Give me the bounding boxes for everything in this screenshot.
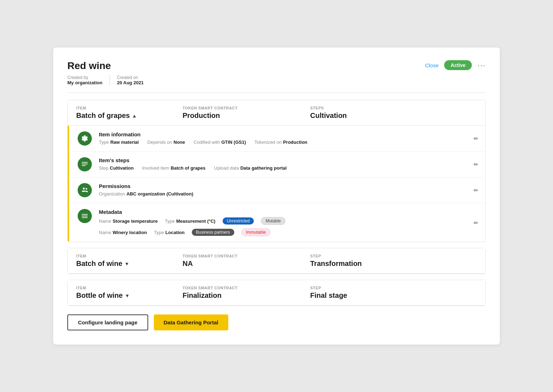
page-header: Red wine Created by My organization Crea… <box>67 60 486 85</box>
metadata-fields-rows: Name Storage temperature Type Measuremen… <box>99 217 477 236</box>
item-expand-arrow[interactable]: ▲ <box>132 113 137 119</box>
created-by-label: Created by <box>67 75 102 80</box>
batch-wine-step-cell: STEP Transformation <box>310 254 477 268</box>
batch-wine-token-value: NA <box>183 260 310 268</box>
bottle-wine-arrow[interactable]: ▼ <box>125 293 130 299</box>
steps-title: Item's steps <box>99 157 477 163</box>
permissions-content: Permissions Organization ABC organizatio… <box>99 183 477 197</box>
detail-row-permissions: Permissions Organization ABC organizatio… <box>68 177 485 203</box>
edit-metadata-button[interactable]: ✏ <box>474 219 478 226</box>
bottle-wine-token-label: TOKEN SMART CONTRACT <box>183 286 310 290</box>
edit-steps-button[interactable]: ✏ <box>474 161 478 168</box>
detail-row-metadata: Metadata Name Storage temperature Type M… <box>68 203 485 242</box>
depends-on-field: Depends on None <box>147 140 185 145</box>
edit-permissions-button[interactable]: ✏ <box>474 187 478 194</box>
svg-rect-3 <box>82 165 86 166</box>
token-label: TOKEN SMART CONTRACT <box>183 106 310 110</box>
permissions-icon <box>78 183 92 197</box>
header-divider <box>67 92 486 93</box>
badge-immutable: Immutable <box>241 228 270 236</box>
edit-item-info-button[interactable]: ✏ <box>474 135 478 142</box>
page-title: Red wine <box>67 60 144 72</box>
steps-content: Item's steps Step Cultivation Involved i… <box>99 157 477 171</box>
codified-field: Codified with GTIN (GS1) <box>194 140 246 145</box>
svg-rect-6 <box>82 214 88 215</box>
steps-icon <box>78 157 92 171</box>
batch-wine-item-value: Batch of wine ▼ <box>76 260 183 268</box>
svg-rect-1 <box>82 162 88 163</box>
svg-point-5 <box>85 188 87 190</box>
org-field: Organization ABC organization (Cultivati… <box>99 191 193 197</box>
header-right: Close Active ··· <box>425 60 486 70</box>
name-field-1: Name Storage temperature <box>99 218 158 224</box>
created-on-value: 20 Aug 2021 <box>117 80 144 85</box>
meta-row: Created by My organization Created on 20… <box>67 75 144 85</box>
item-header-batch-wine: ITEM Batch of wine ▼ TOKEN SMART CONTRAC… <box>68 248 485 274</box>
bottle-wine-step-cell: STEP Final stage <box>310 286 477 300</box>
item-info-fields: Type Raw material Depends on None Codifi… <box>99 140 477 145</box>
bottle-wine-token-value: Finalization <box>183 291 310 300</box>
badge-mutable: Mutable <box>261 217 285 225</box>
name-field-2: Name Winery location <box>99 230 147 235</box>
item-header-batch-grapes: ITEM Batch of grapes ▲ TOKEN SMART CONTR… <box>68 100 485 126</box>
item-header-token-cell: TOKEN SMART CONTRACT Production <box>183 106 310 120</box>
steps-value: Cultivation <box>310 112 477 120</box>
steps-fields: Step Cultivation Involved item Batch of … <box>99 165 477 171</box>
more-menu-button[interactable]: ··· <box>477 61 486 69</box>
bottle-wine-token-cell: TOKEN SMART CONTRACT Finalization <box>183 286 310 300</box>
created-on-label: Created on <box>117 75 144 80</box>
metadata-row-2: Name Winery location Type Location Busin… <box>99 228 477 236</box>
type-field-1: Type Measurement (°C) <box>165 218 216 224</box>
badge-business-partners: Business partners <box>192 229 234 236</box>
svg-point-4 <box>83 188 85 190</box>
bottle-wine-item-cell: ITEM Bottle of wine ▼ <box>76 286 183 300</box>
metadata-content: Metadata Name Storage temperature Type M… <box>99 209 477 236</box>
item-value: Batch of grapes ▲ <box>76 112 183 120</box>
bottle-wine-item-value: Bottle of wine ▼ <box>76 291 183 300</box>
item-header-steps-cell: STEPS Cultivation <box>310 106 477 120</box>
item-block-bottle-wine: ITEM Bottle of wine ▼ TOKEN SMART CONTRA… <box>67 280 486 306</box>
list-icon <box>81 160 89 168</box>
detail-row-item-info: Item information Type Raw material Depen… <box>68 126 485 152</box>
type-field: Type Raw material <box>99 140 139 145</box>
metadata-lines-icon <box>81 212 89 220</box>
token-value: Production <box>183 112 310 120</box>
tokenized-field: Tokenized on Production <box>255 140 307 145</box>
metadata-title: Metadata <box>99 209 477 215</box>
item-block-batch-wine: ITEM Batch of wine ▼ TOKEN SMART CONTRAC… <box>67 248 486 274</box>
close-button[interactable]: Close <box>425 62 439 68</box>
configure-landing-page-button[interactable]: Configure landing page <box>67 314 148 330</box>
permissions-title: Permissions <box>99 183 477 189</box>
item-block-batch-grapes: ITEM Batch of grapes ▲ TOKEN SMART CONTR… <box>67 100 486 242</box>
batch-wine-step-label: STEP <box>310 254 477 258</box>
main-card: Red wine Created by My organization Crea… <box>53 47 500 345</box>
batch-wine-item-label: ITEM <box>76 254 183 258</box>
metadata-row-1: Name Storage temperature Type Measuremen… <box>99 217 477 225</box>
batch-wine-arrow[interactable]: ▼ <box>124 261 129 267</box>
upload-data-field: Upload data Data gathering portal <box>214 165 287 171</box>
permissions-fields: Organization ABC organization (Cultivati… <box>99 191 477 197</box>
steps-label: STEPS <box>310 106 477 110</box>
svg-rect-2 <box>82 164 88 164</box>
item-label: ITEM <box>76 106 183 110</box>
bottle-wine-step-label: STEP <box>310 286 477 290</box>
detail-row-steps: Item's steps Step Cultivation Involved i… <box>68 152 485 177</box>
item-info-icon <box>78 131 92 146</box>
item-header-bottle-wine: ITEM Bottle of wine ▼ TOKEN SMART CONTRA… <box>68 280 485 306</box>
data-gathering-portal-button[interactable]: Data Gathering Portal <box>154 314 228 330</box>
bottle-wine-item-label: ITEM <box>76 286 183 290</box>
step-field: Step Cultivation <box>99 165 134 171</box>
type-field-2: Type Location <box>154 230 184 235</box>
item-info-content: Item information Type Raw material Depen… <box>99 131 477 145</box>
metadata-icon <box>78 209 92 223</box>
item-info-title: Item information <box>99 131 477 137</box>
batch-wine-item-cell: ITEM Batch of wine ▼ <box>76 254 183 268</box>
involved-item-field: Involved item Batch of grapes <box>142 165 206 171</box>
batch-wine-step-value: Transformation <box>310 260 477 268</box>
item-header-item-cell: ITEM Batch of grapes ▲ <box>76 106 183 120</box>
created-on: Created on 20 Aug 2021 <box>117 75 144 85</box>
created-by-value: My organization <box>67 80 102 85</box>
active-badge: Active <box>444 60 472 70</box>
people-icon <box>81 186 89 194</box>
created-by: Created by My organization <box>67 75 110 85</box>
